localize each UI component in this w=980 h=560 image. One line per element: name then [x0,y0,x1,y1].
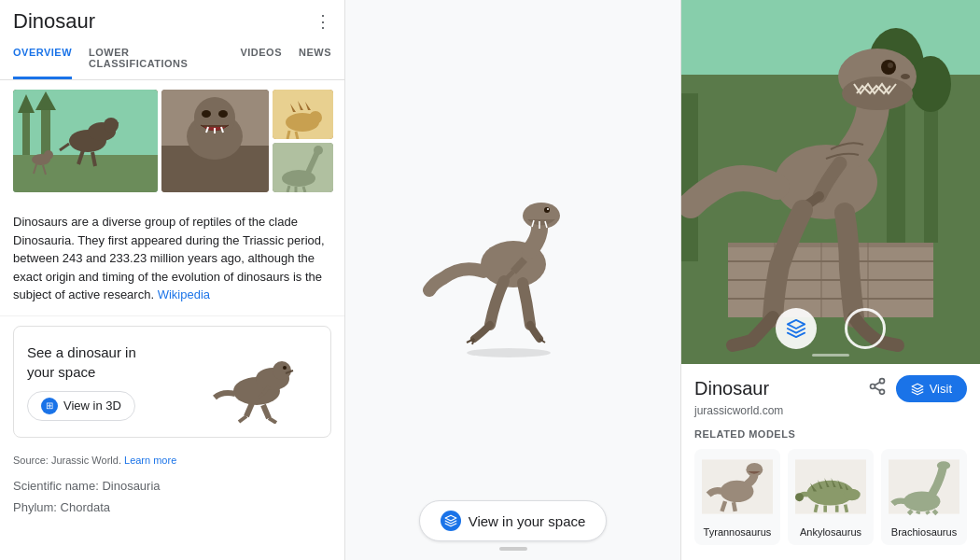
photo-circle-button[interactable] [845,308,886,349]
related-grid: Tyrannosaurus [694,449,967,545]
svg-rect-2 [22,108,30,155]
ar-card: See a dinosaur inyour space ⊞ View in 3D [13,326,331,438]
svg-line-98 [734,502,735,511]
svg-line-40 [303,187,305,192]
svg-point-73 [910,56,951,112]
svg-point-87 [888,63,893,68]
svg-point-28 [309,111,322,124]
dino-image-medium[interactable] [161,90,269,192]
meta-info: Scientific name: Dinosauria Phylum: Chor… [0,466,344,528]
svg-line-112 [846,505,847,512]
ar-photo-button[interactable] [776,308,817,349]
tab-overview[interactable]: OVERVIEW [13,39,72,79]
view-3d-button[interactable]: ⊞ View in 3D [27,391,135,421]
more-options-icon[interactable]: ⋮ [315,11,331,32]
svg-point-89 [879,379,884,384]
dino-3d-viewer[interactable] [345,0,680,500]
tab-videos[interactable]: VIDEOS [240,39,282,79]
view-in-space-button[interactable]: View in your space [419,500,608,541]
svg-line-116 [908,511,912,514]
svg-line-117 [917,511,918,514]
ankylosaurus-label: Ankylosaurus [795,526,866,538]
svg-line-109 [815,505,817,512]
right-panel: Dinosaur Visit [681,0,980,560]
svg-line-118 [927,511,929,514]
tabs-bar: OVERVIEW LOWER CLASSIFICATIONS VIDEOS NE… [0,39,344,80]
right-actions: Visit [868,375,967,402]
image-grid [0,80,344,202]
view-in-space-label: View in your space [469,513,586,529]
svg-point-14 [44,150,53,160]
ar-card-content: See a dinosaur inyour space ⊞ View in 3D [27,343,136,421]
photo-progress-indicator [812,354,849,357]
ar-card-text: See a dinosaur inyour space [27,343,136,382]
right-title: Dinosaur [694,378,769,399]
svg-point-55 [544,207,550,213]
svg-point-107 [844,489,861,501]
svg-point-108 [795,493,804,501]
dino-image-small-1[interactable] [273,90,333,139]
phylum-row: Phylum: Chordata [13,497,331,518]
svg-point-115 [937,461,950,469]
source-text: Source: Jurassic World. Learn more [0,447,344,466]
center-panel: View in your space [345,0,681,560]
svg-point-91 [879,389,884,394]
svg-point-22 [218,110,228,118]
svg-line-92 [875,387,880,390]
dino-image-large[interactable] [13,90,158,192]
svg-point-85 [842,77,913,110]
svg-line-32 [287,131,289,139]
tyrannosaurus-label: Tyrannosaurus [702,526,773,538]
tab-news[interactable]: NEWS [299,39,331,79]
panel-header: Dinosaur ⋮ [0,0,344,34]
related-item-tyrannosaurus[interactable]: Tyrannosaurus [694,449,780,545]
scroll-indicator [499,547,527,551]
visit-button[interactable]: Visit [896,375,967,402]
ar-icon-small: ⊞ [41,398,58,414]
right-url: jurassicworld.com [694,404,967,417]
svg-point-67 [467,348,551,357]
share-icon[interactable] [868,377,887,400]
phylum-value: Chordata [61,500,110,514]
svg-point-88 [901,74,910,79]
svg-point-37 [314,146,323,155]
right-info: Dinosaur Visit [681,364,980,556]
related-item-brachiosaurus[interactable]: Brachiosaurus [881,449,967,545]
visit-label: Visit [930,382,952,396]
svg-line-119 [933,511,937,514]
right-title-row: Dinosaur Visit [694,375,967,402]
svg-point-44 [273,361,291,380]
related-item-ankylosaurus[interactable]: Ankylosaurus [788,449,874,545]
ar-card-dino-image [205,340,317,424]
description: Dinosaurs are a diverse group of reptile… [0,202,344,316]
svg-point-56 [547,208,549,210]
photo-controls [681,308,980,349]
wikipedia-link[interactable]: Wikipedia [158,287,210,301]
learn-more-link[interactable]: Learn more [124,455,176,466]
svg-rect-76 [728,243,933,247]
svg-point-21 [202,110,211,118]
related-models-label: RELATED MODELS [694,428,967,440]
ar-icon-medium [441,511,461,531]
dino-images-small [273,90,333,192]
dino-image-small-2[interactable] [273,143,333,192]
svg-line-93 [875,382,880,385]
svg-line-33 [296,132,298,139]
svg-line-38 [287,186,289,192]
dino-3d-model [420,143,607,357]
svg-rect-4 [41,104,50,155]
tab-lower-classifications[interactable]: LOWER CLASSIFICATIONS [89,39,223,79]
panel-title: Dinosaur [13,9,95,34]
svg-point-45 [283,366,287,370]
scientific-name-row: Scientific name: Dinosauria [13,475,331,497]
svg-point-96 [746,463,763,476]
svg-rect-74 [681,93,698,261]
svg-point-90 [870,385,875,389]
dino-photo[interactable] [681,0,980,364]
left-panel: Dinosaur ⋮ OVERVIEW LOWER CLASSIFICATION… [0,0,345,560]
scientific-name-value: Dinosauria [102,479,160,493]
brachiosaurus-label: Brachiosaurus [889,526,959,538]
